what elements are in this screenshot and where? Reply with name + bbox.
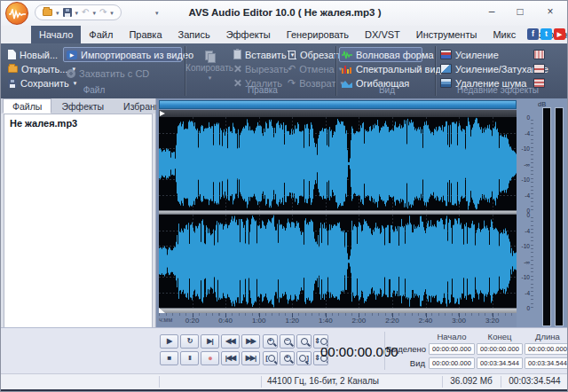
ruler-label: 1:40 [319, 317, 333, 325]
copy-icon [205, 51, 215, 61]
cut-button[interactable]: Вырезать [233, 62, 288, 75]
ruler-label: 1:20 [285, 317, 299, 325]
open-folder-icon [8, 66, 18, 73]
fade-icon [440, 64, 452, 74]
db-scale-label: 0 [517, 212, 530, 218]
effect-extra-button-1[interactable] [533, 48, 545, 61]
files-panel-tabs: ФайлыЭффектыИзбранное [1, 98, 155, 114]
selection-row-label: Вид [386, 358, 425, 368]
panel-tab-files[interactable]: Файлы [3, 98, 51, 114]
db-scale-label: -4 [517, 130, 530, 137]
selection-info-panel: НачалоКонецДлинаВыделено00:00:00.00000:0… [386, 330, 568, 372]
ruler-label: 0:40 [218, 317, 233, 325]
tab-tools[interactable]: Инструменты [408, 26, 485, 43]
youtube-icon[interactable]: ▶ [554, 28, 565, 40]
magnifier-icon: − [284, 338, 291, 345]
stop-button[interactable]: ■ [160, 351, 178, 365]
cd-icon [67, 69, 75, 78]
selection-row-label: Выделено [386, 344, 425, 354]
title-bar: ▾ ▾ ↶ ▾ ↷ ▾ ▾ AVS Audio Editor 10.0 ( Не… [1, 1, 568, 26]
tab-effects[interactable]: Эффекты [218, 26, 279, 43]
db-scale-label: -4 [517, 192, 530, 199]
capture-from-cd-button[interactable]: Захватить с CD [67, 67, 149, 80]
record-button[interactable]: ● [201, 351, 219, 365]
pause-button[interactable]: II [180, 351, 199, 365]
magnifier-icon [301, 338, 308, 345]
fast-forward-button[interactable]: ▶▶ [241, 334, 260, 349]
ruler-label: 0:20 [185, 317, 200, 325]
db-scale-label: -∞ [517, 259, 530, 265]
spectral-view-button[interactable]: Спектральный вид [342, 62, 441, 75]
go-to-end-button[interactable]: ▶▶| [241, 351, 260, 365]
go-to-start-button[interactable]: |◀◀ [221, 351, 240, 365]
magnifier-icon [268, 355, 275, 362]
tab-record[interactable]: Запись [170, 26, 218, 43]
app-logo-icon[interactable] [5, 2, 28, 25]
edit-group-label: Правка [223, 85, 303, 95]
zoom-full-button[interactable] [296, 334, 312, 349]
level-meter-area: dB 0-4-10-∞-10-400-4-10-∞-10-40 [517, 98, 568, 327]
waveform-icon [342, 51, 352, 59]
paste-button[interactable]: Вставить ▾ [233, 48, 294, 61]
zoom-modifier: − [285, 334, 288, 347]
zoom-selection-button[interactable]: + [280, 351, 295, 365]
fade-effect-button[interactable]: Усиление/Затухание [440, 62, 548, 75]
amplify-effect-button[interactable]: Усиление [440, 48, 499, 61]
app-window: ▾ ▾ ↶ ▾ ↷ ▾ ▾ AVS Audio Editor 10.0 ( Не… [0, 0, 568, 392]
ruler-label: 3:20 [485, 317, 500, 325]
new-button[interactable]: Новый... [8, 48, 58, 61]
maximize-button[interactable]: □ [509, 4, 532, 20]
tab-mix[interactable]: Микс [485, 26, 524, 43]
ribbon-separator [435, 46, 436, 96]
ruler-label: 2:40 [419, 317, 433, 325]
tab-edit[interactable]: Правка [121, 26, 170, 43]
file-size-status: 36.092 Мб [442, 376, 501, 386]
zoom-selection-start-button[interactable]: [ [263, 351, 278, 365]
copy-dropdown-icon[interactable]: ▾ [209, 74, 212, 82]
tab-dxvst[interactable]: DX/VST [357, 26, 408, 43]
copy-button[interactable]: Копировать ▾ [190, 51, 229, 86]
import-from-video-button[interactable]: ▶ Импортировать из видео [67, 48, 193, 61]
marker-strip-top[interactable] [159, 110, 517, 117]
zoom-in-button[interactable]: + [263, 334, 278, 349]
effect-extra-button-2[interactable] [533, 62, 545, 75]
open-button[interactable]: Открыть... ▾ [8, 62, 75, 75]
waveform-view-button[interactable]: Волновая форма [342, 48, 434, 61]
playhead-marker-icon[interactable] [160, 111, 165, 116]
play-button[interactable]: ▶ [160, 334, 178, 349]
db-scale-ticks [531, 117, 533, 210]
new-document-icon [8, 50, 16, 59]
twitter-icon[interactable]: t [540, 28, 552, 40]
video-icon: ▶ [67, 51, 77, 59]
tab-file[interactable]: Файл [81, 26, 121, 43]
waveform-channel-left[interactable] [159, 117, 517, 210]
minimize-button[interactable]: – [480, 4, 503, 20]
overview-scrollbar[interactable] [159, 100, 517, 109]
zoom-out-button[interactable]: − [280, 334, 295, 349]
rewind-button[interactable]: ◀◀ [221, 334, 240, 349]
file-group-label: Файл [54, 85, 134, 95]
waveform-panel: ч:мм 0:200:401:001:201:402:002:202:403:0… [156, 98, 568, 327]
selection-value-box: 00:03:34.544 [477, 357, 523, 369]
zoom-selection-end-button[interactable]: ] [296, 351, 312, 365]
time-ruler[interactable]: ч:мм 0:200:401:001:201:402:002:202:403:0… [159, 313, 517, 327]
waveform-channel-right[interactable] [159, 215, 517, 308]
ruler-minor-ticks [159, 313, 517, 316]
recent-effects-group-label: Недавние эффекты [445, 85, 551, 95]
tab-home[interactable]: Начало [31, 26, 81, 43]
tab-generate[interactable]: Генерировать [279, 26, 357, 43]
panel-tab-effects[interactable]: Эффекты [51, 98, 114, 114]
facebook-icon[interactable]: f [527, 28, 539, 40]
undo-button[interactable]: ↶ Отмена ▾ [288, 62, 342, 75]
zoom-modifier: + [285, 351, 288, 364]
db-scale-label: -∞ [517, 161, 530, 168]
trim-icon [288, 51, 296, 59]
close-button[interactable]: × [539, 4, 562, 20]
loop-button[interactable]: ↻ [180, 334, 199, 349]
selection-header-1: Конец [477, 332, 523, 341]
file-list-item[interactable]: Не жалея.mp3 [4, 114, 152, 132]
zoom-modifier: ⇕ [314, 337, 320, 345]
play-to-end-button[interactable]: ▶| [201, 334, 219, 349]
zoom-modifier: ⇕ [314, 354, 320, 362]
magnifier-icon: + [284, 355, 291, 362]
